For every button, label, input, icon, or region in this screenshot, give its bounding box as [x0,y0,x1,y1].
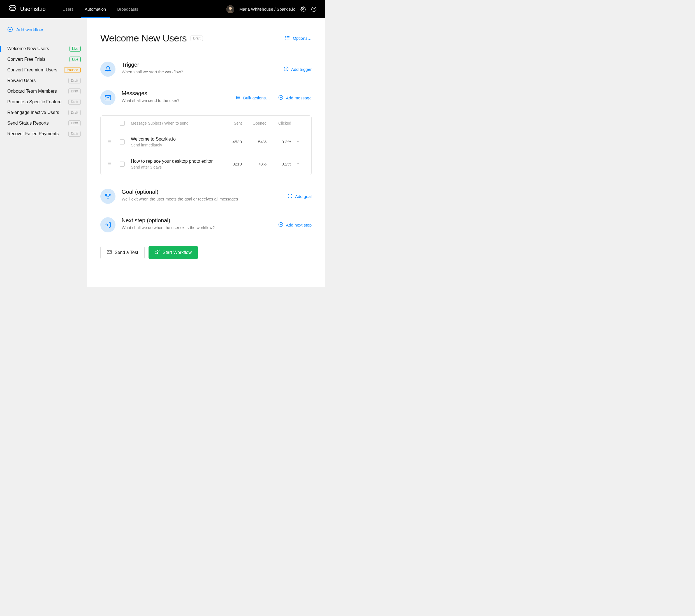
chevron-down-icon[interactable] [296,140,300,144]
send-test-label: Send a Test [115,250,138,255]
page-status-badge: Draft [190,36,203,41]
next-step-section: Next step (optional) What shall we do wh… [100,217,312,232]
workflow-list: Welcome New UsersLiveConvert Free Trials… [7,43,81,139]
sidebar-item[interactable]: Recover Failed PaymentsDraft [7,128,81,139]
svg-point-4 [312,7,317,12]
row-checkbox[interactable] [120,139,125,144]
add-trigger-button[interactable]: Add trigger [284,66,312,72]
help-icon[interactable] [311,6,317,12]
chevron-down-icon[interactable] [296,162,300,166]
sent-value: 3219 [233,162,242,166]
nav-broadcasts[interactable]: Broadcasts [117,0,138,18]
trigger-section: Trigger When shall we start the workflow… [100,61,312,77]
table-row[interactable]: Welcome to Sparkle.ioSend immediately453… [101,131,311,153]
workflow-name: Onboard Team Members [7,89,57,94]
topbar: Userlist.io Users Automation Broadcasts … [0,0,325,18]
user-account-label[interactable]: Maria Whitehouse / Sparkle.io [239,7,295,12]
col-sent-header: Sent [217,121,242,125]
status-badge: Live [69,46,81,52]
sidebar-item[interactable]: Convert Free TrialsLive [7,54,81,65]
nav-users[interactable]: Users [63,0,73,18]
status-badge: Draft [68,88,81,94]
add-workflow-button[interactable]: Add workflow [7,27,81,33]
sidebar-item[interactable]: Promote a Specific FeatureDraft [7,96,81,107]
add-trigger-label: Add trigger [291,67,312,72]
svg-point-23 [236,98,237,99]
send-test-button[interactable]: Send a Test [100,246,145,259]
sidebar-item[interactable]: Re-engage Inactive UsersDraft [7,107,81,118]
opened-value: 78% [258,162,267,166]
plus-circle-icon [288,193,292,199]
sidebar-item[interactable]: Onboard Team MembersDraft [7,86,81,96]
drag-handle-icon[interactable] [107,162,112,166]
workflow-name: Convert Freemium Users [7,68,57,72]
clicked-value: 0.3% [282,139,291,144]
sidebar-item[interactable]: Send Status ReportsDraft [7,118,81,128]
add-message-label: Add message [286,95,312,100]
status-badge: Paused [64,67,81,73]
status-badge: Draft [68,110,81,116]
trophy-icon [100,189,116,204]
svg-point-21 [236,97,237,98]
svg-point-9 [286,36,286,37]
settings-icon[interactable] [301,6,306,12]
start-workflow-button[interactable]: Start Workflow [149,246,198,259]
message-subject: Welcome to Sparkle.io [131,137,217,142]
sidebar-item[interactable]: Reward UsersDraft [7,75,81,86]
nav-automation[interactable]: Automation [85,0,106,18]
col-clicked-header: Clicked [267,121,291,125]
svg-point-2 [229,7,232,10]
row-checkbox[interactable] [120,162,125,166]
table-header: Message Subject / When to send Sent Open… [101,116,311,131]
list-icon [235,95,240,101]
status-badge: Draft [68,99,81,105]
envelope-icon [100,90,116,105]
bulk-actions-button[interactable]: Bulk actions… [235,95,270,101]
col-opened-header: Opened [242,121,267,125]
goal-section: Goal (optional) We'll exit when the user… [100,189,312,204]
plus-circle-icon [284,66,289,72]
add-goal-button[interactable]: Add goal [288,193,312,199]
messages-section: Messages What shall we send to the user?… [100,90,312,175]
add-next-step-button[interactable]: Add next step [278,222,312,228]
workflow-name: Promote a Specific Feature [7,100,62,104]
drag-handle-icon[interactable] [107,140,112,144]
add-message-button[interactable]: Add message [278,95,312,101]
plus-circle-icon [278,222,283,228]
add-workflow-label: Add workflow [16,28,43,33]
next-step-subtitle: What shall we do when the user exits the… [122,225,272,230]
options-label: Options… [293,36,312,40]
bell-icon [100,61,116,77]
avatar[interactable] [226,5,234,13]
topbar-right: Maria Whitehouse / Sparkle.io [226,5,317,13]
messages-subtitle: What shall we send to the user? [122,98,229,103]
list-icon [285,35,290,41]
add-goal-label: Add goal [295,194,312,199]
message-when: Send immediately [131,143,217,147]
next-step-title: Next step (optional) [122,217,272,224]
main-content: Welcome New Users Draft Options… Trigger… [87,18,325,287]
status-badge: Draft [68,78,81,84]
message-when: Send after 3 days [131,165,217,170]
trigger-title: Trigger [122,61,277,68]
brand-name: Userlist.io [20,6,46,12]
logo-icon [9,4,17,14]
sidebar-item[interactable]: Convert Freemium UsersPaused [7,65,81,75]
workflow-name: Recover Failed Payments [7,131,58,136]
sidebar-item[interactable]: Welcome New UsersLive [7,43,81,54]
workflow-name: Convert Free Trials [7,57,46,62]
goal-subtitle: We'll exit when the user meets the goal … [122,197,281,201]
messages-table: Message Subject / When to send Sent Open… [100,116,312,175]
options-button[interactable]: Options… [285,35,312,41]
clicked-value: 0.2% [282,162,291,166]
footer-actions: Send a Test Start Workflow [100,246,312,259]
select-all-checkbox[interactable] [120,121,125,126]
table-row[interactable]: How to replace your desktop photo editor… [101,153,311,175]
svg-point-0 [10,5,16,8]
messages-title: Messages [122,90,229,96]
start-workflow-label: Start Workflow [163,250,192,255]
rocket-icon [155,249,160,256]
brand-logo[interactable]: Userlist.io [9,4,46,14]
envelope-icon [107,249,112,256]
svg-point-3 [303,8,304,10]
